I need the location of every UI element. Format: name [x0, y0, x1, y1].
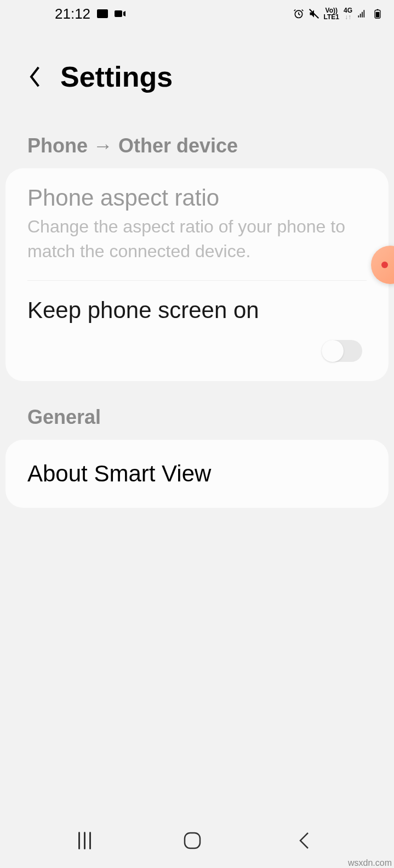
record-dot-icon — [381, 262, 388, 268]
item-keep-screen-on[interactable]: Keep phone screen on — [5, 281, 389, 381]
svg-rect-5 — [185, 833, 200, 848]
item-desc: Change the aspect ratio of your phone to… — [27, 214, 367, 264]
mute-icon — [309, 8, 319, 19]
status-bar: 21:12 Vo)) LTE1 4G ↓↑ — [0, 0, 394, 27]
item-about-smart-view[interactable]: About Smart View — [5, 440, 389, 508]
card-phone-other: Phone aspect ratio Change the aspect rat… — [5, 168, 389, 381]
signal-icon — [357, 8, 368, 19]
navigation-bar — [0, 813, 394, 868]
nav-back-icon[interactable] — [294, 830, 316, 852]
item-title: Phone aspect ratio — [27, 185, 367, 211]
section-general-title: General — [0, 381, 394, 440]
toggle-keep-screen-on[interactable] — [322, 340, 362, 362]
alarm-icon — [293, 8, 304, 19]
network-gen-indicator: 4G ↓↑ — [344, 7, 352, 20]
card-general: About Smart View — [5, 440, 389, 508]
watermark: wsxdn.com — [348, 858, 392, 868]
battery-icon — [372, 8, 383, 19]
volte-indicator: Vo)) LTE1 — [324, 7, 339, 20]
nav-home-icon[interactable] — [181, 830, 203, 852]
item-phone-aspect-ratio[interactable]: Phone aspect ratio Change the aspect rat… — [5, 168, 389, 280]
picture-icon — [96, 7, 109, 20]
item-title: Keep phone screen on — [27, 297, 367, 324]
back-icon[interactable] — [27, 66, 44, 88]
page-header: Settings — [0, 27, 394, 110]
nav-recents-icon[interactable] — [78, 832, 91, 849]
svg-rect-4 — [376, 9, 378, 10]
svg-rect-3 — [376, 12, 380, 18]
status-time: 21:12 — [55, 5, 90, 22]
video-icon — [113, 7, 127, 20]
section-phone-other-title: Phone → Other device — [0, 110, 394, 168]
item-title: About Smart View — [27, 461, 367, 487]
toggle-knob — [322, 340, 344, 362]
page-title: Settings — [60, 60, 173, 93]
